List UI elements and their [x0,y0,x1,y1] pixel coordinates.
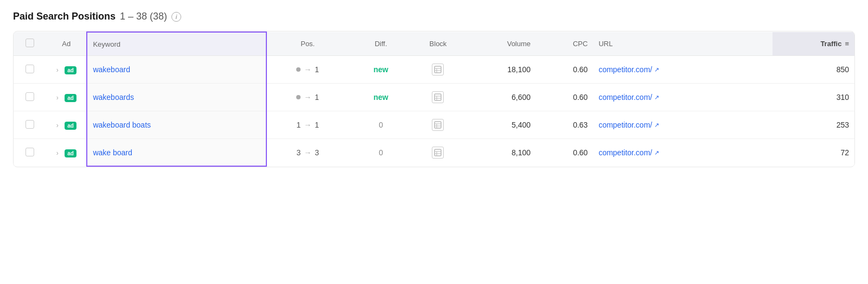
row-expand-arrow[interactable]: › [56,122,59,129]
url-link[interactable]: competitor.com/ ↗ [598,121,767,129]
row-diff-cell: new [348,84,413,111]
select-all-checkbox[interactable] [25,39,34,47]
pos-dot [296,67,301,72]
url-text: competitor.com/ [598,148,652,157]
header-url-label: URL [598,40,612,48]
traffic-value: 310 [837,93,849,102]
row-traffic-cell: 850 [773,56,854,84]
row-cpc-cell: 0.63 [536,111,593,139]
row-checkbox[interactable] [25,65,34,73]
pos-curr: 1 [315,121,319,129]
header-pos-col: Pos. [266,32,348,56]
table-row: › ad wakeboard → 1 new [14,56,854,84]
row-pos-cell: 3 → 3 [266,139,348,167]
row-ad-cell: › ad [46,56,87,84]
row-volume-cell: 8,100 [463,139,536,167]
row-expand-arrow[interactable]: › [56,66,59,74]
table-row: › ad wake board 3 → 3 0 [14,139,854,167]
block-icon [432,147,444,159]
page-title: Paid Search Positions [13,11,116,22]
row-checkbox-cell [14,139,46,167]
row-url-cell: competitor.com/ ↗ [593,84,773,111]
url-link[interactable]: competitor.com/ ↗ [598,93,767,102]
keyword-link[interactable]: wakeboards [93,93,134,102]
row-cpc-cell: 0.60 [536,139,593,167]
main-container: Paid Search Positions 1 – 38 (38) i Ad K… [0,0,868,178]
row-diff-cell: 0 [348,111,413,139]
page-header: Paid Search Positions 1 – 38 (38) i [13,11,855,22]
keyword-link[interactable]: wakeboard [93,65,130,74]
pos-arrow: → [304,93,311,102]
header-cpc-col: CPC [536,32,593,56]
url-link[interactable]: competitor.com/ ↗ [598,148,767,157]
svg-rect-4 [435,94,441,100]
external-link-icon: ↗ [654,94,659,101]
volume-value: 6,600 [512,93,531,102]
external-link-icon: ↗ [654,66,659,73]
row-checkbox[interactable] [25,120,34,129]
svg-rect-12 [435,149,441,156]
row-ad-cell: › ad [46,111,87,139]
traffic-value: 72 [840,148,849,157]
header-url-col: URL [593,32,773,56]
url-link[interactable]: competitor.com/ ↗ [598,65,767,74]
row-keyword-cell: wakeboard [87,56,266,84]
row-pos-cell: 1 → 1 [266,111,348,139]
pos-curr: 3 [315,148,319,157]
row-cpc-cell: 0.60 [536,56,593,84]
page-title-range: 1 – 38 (38) [120,11,167,22]
header-traffic-col[interactable]: Traffic ≡ [773,32,854,56]
url-text: competitor.com/ [598,65,652,74]
row-url-cell: competitor.com/ ↗ [593,111,773,139]
header-keyword-col[interactable]: Keyword [87,32,266,56]
header-cpc-label: CPC [573,40,588,48]
header-traffic-label: Traffic [820,40,841,48]
row-ad-cell: › ad [46,84,87,111]
row-volume-cell: 6,600 [463,84,536,111]
cpc-value: 0.63 [573,121,588,129]
traffic-filter-icon[interactable]: ≡ [845,40,849,48]
table-wrapper: Ad Keyword Pos. Diff. Block Vo [13,31,855,167]
row-checkbox-cell [14,56,46,84]
header-block-label: Block [430,40,447,48]
row-checkbox-cell [14,111,46,139]
ad-badge: ad [65,149,76,157]
row-checkbox-cell [14,84,46,111]
pos-arrow: → [304,65,311,74]
ad-badge: ad [65,94,76,102]
url-text: competitor.com/ [598,93,652,102]
volume-value: 18,100 [507,65,531,74]
header-volume-col: Volume [463,32,536,56]
traffic-value: 253 [837,121,849,129]
volume-value: 8,100 [512,148,531,157]
row-volume-cell: 5,400 [463,111,536,139]
info-icon[interactable]: i [171,12,181,22]
pos-prev: 1 [296,121,301,129]
row-expand-arrow[interactable]: › [56,94,59,102]
row-block-cell [413,56,462,84]
cpc-value: 0.60 [573,148,588,157]
external-link-icon: ↗ [654,122,659,129]
url-text: competitor.com/ [598,121,652,129]
header-block-col: Block [413,32,462,56]
header-pos-label: Pos. [301,40,315,48]
row-checkbox[interactable] [25,148,34,156]
keyword-link[interactable]: wake board [93,148,132,157]
pos-curr: 1 [315,65,319,74]
diff-new: new [374,65,388,74]
traffic-value: 850 [837,65,849,74]
diff-number: 0 [379,148,383,157]
row-block-cell [413,111,462,139]
row-checkbox[interactable] [25,92,34,101]
row-diff-cell: new [348,56,413,84]
keyword-link[interactable]: wakeboard boats [93,121,151,129]
cpc-value: 0.60 [573,93,588,102]
diff-new: new [374,93,388,102]
row-volume-cell: 18,100 [463,56,536,84]
row-cpc-cell: 0.60 [536,84,593,111]
row-block-cell [413,139,462,167]
row-keyword-cell: wakeboards [87,84,266,111]
row-expand-arrow[interactable]: › [56,149,59,157]
header-diff-label: Diff. [375,40,387,48]
header-checkbox-col [14,32,46,56]
